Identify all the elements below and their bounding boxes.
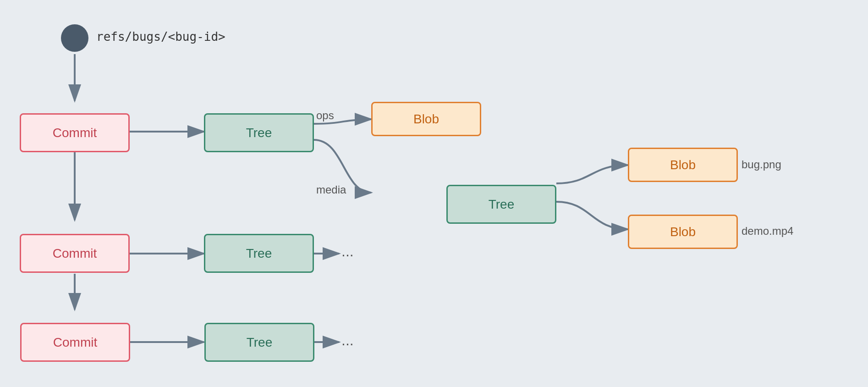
commit-node-1: Commit [20,113,130,152]
demo-mp4-label: demo.mp4 [742,225,793,238]
blob-demo: Blob [628,215,738,249]
media-label: media [316,183,346,196]
blob-bug: Blob [628,148,738,182]
commit-node-3: Commit [20,323,130,362]
tree-node-3: Tree [204,323,314,362]
ellipsis-2: ... [341,332,354,349]
commit-node-2: Commit [20,234,130,273]
ref-dot [61,24,88,52]
diagram: refs/bugs/<bug-id> Commit Tree Commit Tr… [0,0,868,387]
arrows-svg [0,0,868,387]
blob-ops: Blob [371,102,481,136]
ref-label: refs/bugs/<bug-id> [96,30,225,44]
tree-node-1: Tree [204,113,314,152]
ops-label: ops [316,109,334,122]
tree-media: Tree [446,185,556,224]
tree-node-2: Tree [204,234,314,273]
ellipsis-1: ... [341,243,354,260]
bug-png-label: bug.png [742,158,781,171]
